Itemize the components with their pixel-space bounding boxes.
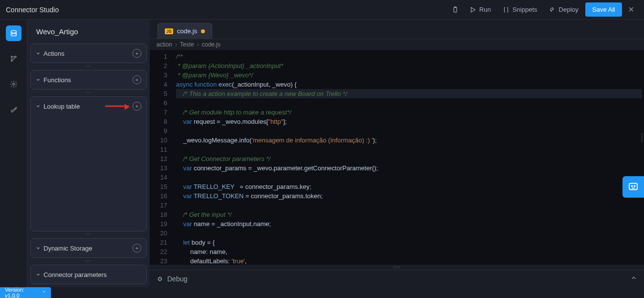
- clipboard-icon: [452, 6, 459, 13]
- code-line[interactable]: /* Get module http to make a request*/: [176, 108, 644, 117]
- close-button[interactable]: ✕: [624, 3, 638, 16]
- svg-point-9: [158, 277, 161, 280]
- svg-marker-1: [471, 7, 475, 12]
- resize-handle[interactable]: [30, 92, 147, 94]
- code-line[interactable]: [176, 145, 644, 154]
- code-line[interactable]: * @param {ActionInput} _actionInput*: [176, 61, 644, 70]
- debug-bar[interactable]: Debug: [150, 270, 644, 287]
- panel-functions-label: Functions: [44, 76, 133, 84]
- chevron-down-icon: [36, 270, 41, 279]
- save-all-button[interactable]: Save All: [585, 2, 622, 17]
- bug-icon: [156, 275, 163, 282]
- svg-point-7: [15, 56, 16, 58]
- crumb-action[interactable]: action: [156, 41, 172, 48]
- code-line[interactable]: /* This a action example to create a new…: [176, 89, 642, 98]
- debug-label: Debug: [167, 275, 187, 283]
- clipboard-button[interactable]: [448, 3, 463, 16]
- svg-point-3: [12, 33, 13, 34]
- code-line[interactable]: var TRELLO_TOKEN = connector_params.toke…: [176, 191, 644, 201]
- add-lookup-button[interactable]: +: [133, 102, 141, 111]
- version-label: Version: v1.0.0: [5, 287, 37, 298]
- chevron-down-icon: [36, 102, 41, 111]
- code-line[interactable]: [176, 201, 644, 210]
- drag-handle[interactable]: [641, 133, 644, 147]
- deploy-label: Deploy: [559, 6, 578, 13]
- code-line[interactable]: async function exec(_actionInput, _wevo)…: [176, 80, 644, 89]
- resize-handle[interactable]: [30, 65, 147, 68]
- chevron-up-icon[interactable]: ⌃: [42, 290, 46, 296]
- panel-dynamic-storage-header[interactable]: Dynamic Storage +: [31, 239, 146, 257]
- run-button[interactable]: Run: [465, 3, 496, 16]
- chevron-right-icon: ›: [175, 41, 177, 48]
- code-line[interactable]: [176, 98, 644, 108]
- rail-item-settings[interactable]: [6, 76, 22, 92]
- code-line[interactable]: /**: [176, 52, 644, 61]
- crumb-file[interactable]: code.js: [202, 41, 221, 48]
- code-line[interactable]: var request = _wevo.modules["http"];: [176, 117, 644, 126]
- code-line[interactable]: name: name,: [176, 247, 644, 256]
- snippets-label: Snippets: [512, 6, 537, 13]
- deploy-icon: [549, 6, 556, 13]
- code-line[interactable]: _wevo.logMessage.info('mensagem de infor…: [176, 136, 644, 145]
- snippets-button[interactable]: Snippets: [498, 3, 542, 16]
- topbar: Connector Studio Run Snippets Deploy Sav…: [0, 0, 644, 20]
- help-button[interactable]: [622, 176, 644, 198]
- code-line[interactable]: * @param {Wevo} _wevo*/: [176, 70, 644, 80]
- rail-item-branch[interactable]: [6, 51, 22, 67]
- code-line[interactable]: [176, 173, 644, 182]
- close-icon: ✕: [628, 5, 634, 14]
- sidebar: Wevo_Artigo Actions + Functions +: [27, 20, 150, 287]
- code-line[interactable]: var connector_params = _wevo.parameter.g…: [176, 163, 644, 173]
- resize-handle-horizontal[interactable]: [150, 265, 644, 270]
- add-function-button[interactable]: +: [133, 75, 141, 84]
- panel-functions: Functions +: [30, 70, 147, 90]
- editor: JS code.js action › Teste › code.js 1234…: [150, 20, 644, 287]
- line-gutter: 1234567891011121314151617181920212223: [150, 50, 172, 265]
- connector-icon: [10, 29, 18, 37]
- resize-handle[interactable]: [30, 233, 147, 236]
- rail-item-rocket[interactable]: [6, 102, 22, 117]
- svg-point-8: [13, 83, 15, 85]
- deploy-button[interactable]: Deploy: [544, 3, 583, 16]
- rail-item-connector[interactable]: [6, 25, 22, 41]
- play-icon: [469, 6, 476, 13]
- panel-dynamic-storage: Dynamic Storage +: [30, 238, 147, 258]
- expand-debug-button[interactable]: [630, 275, 637, 283]
- panel-actions-header[interactable]: Actions +: [31, 44, 146, 63]
- svg-rect-0: [454, 7, 457, 12]
- rocket-icon: [10, 106, 18, 114]
- chevron-right-icon: ›: [197, 41, 199, 48]
- svg-point-12: [634, 185, 635, 186]
- code-line[interactable]: var name = _actionInput.name;: [176, 219, 644, 229]
- panel-functions-header[interactable]: Functions +: [31, 70, 146, 89]
- chevron-down-icon: [36, 75, 41, 84]
- code-line[interactable]: [176, 126, 644, 136]
- panel-connector-params-header[interactable]: Connector parameters: [31, 265, 146, 284]
- code-editor[interactable]: 1234567891011121314151617181920212223 /*…: [150, 50, 644, 265]
- brackets-icon: [503, 6, 510, 13]
- panel-lookup-body: [31, 115, 146, 231]
- code-line[interactable]: let body = {: [176, 238, 644, 247]
- tab-codejs[interactable]: JS code.js: [157, 23, 212, 39]
- project-name: Wevo_Artigo: [30, 23, 147, 42]
- save-all-label: Save All: [592, 6, 615, 13]
- js-badge-icon: JS: [165, 28, 173, 34]
- panel-lookup: Lookup table +: [30, 96, 147, 231]
- chevron-down-icon: [36, 49, 41, 58]
- chevron-down-icon: [36, 244, 41, 252]
- annotation-arrow: [105, 106, 129, 107]
- footer-version-bar[interactable]: Version: v1.0.0 ⌃: [0, 287, 51, 298]
- panel-lookup-header[interactable]: Lookup table +: [31, 97, 146, 115]
- add-storage-button[interactable]: +: [133, 244, 141, 252]
- code-line[interactable]: /* Get Connector parameters */: [176, 154, 644, 163]
- crumb-teste[interactable]: Teste: [180, 41, 194, 48]
- code-line[interactable]: var TRELLO_KEY = connector_params.key;: [176, 182, 644, 191]
- panel-actions-label: Actions: [44, 50, 133, 57]
- resize-handle[interactable]: [30, 260, 147, 263]
- code-line[interactable]: /* Get the input */: [176, 210, 644, 219]
- add-action-button[interactable]: +: [133, 49, 141, 58]
- drag-handle[interactable]: [150, 150, 151, 163]
- code-content[interactable]: /** * @param {ActionInput} _actionInput*…: [172, 50, 644, 265]
- code-line[interactable]: defaultLabels: 'true',: [176, 256, 644, 265]
- code-line[interactable]: [176, 229, 644, 238]
